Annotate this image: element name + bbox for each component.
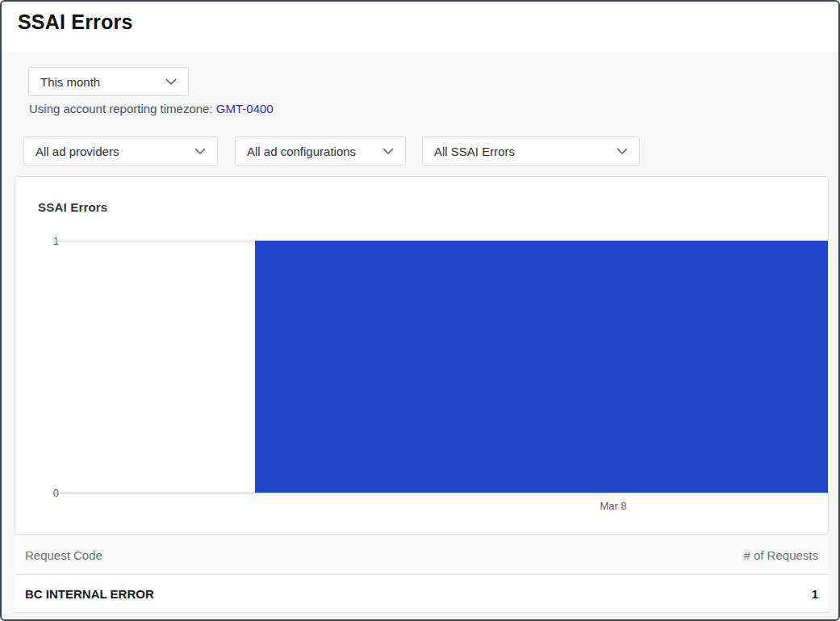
chevron-down-icon [165,78,177,86]
chart-panel: SSAI Errors 1 0 Mar 8 [15,176,829,535]
chevron-down-icon [616,148,628,155]
column-request-code: Request Code [25,548,743,562]
column-num-requests: # of Requests [743,548,818,562]
bar-chart: 1 0 Mar 8 [15,177,828,534]
timezone-note-text: Using account reporting timezone: [29,102,216,115]
page-title: SSAI Errors [18,10,133,34]
page-header: SSAI Errors [2,2,838,52]
ad-providers-select-value: All ad providers [36,145,185,158]
x-axis-line [54,493,828,493]
content-area: This month Using account reporting timez… [2,52,838,619]
results-table: Request Code # of Requests BC INTERNAL E… [15,536,829,613]
ssai-errors-select[interactable]: All SSAI Errors [422,136,640,166]
ssai-errors-select-value: All SSAI Errors [434,145,607,158]
period-select[interactable]: This month [28,67,189,96]
cell-num-requests: 1 [812,587,818,601]
table-row: BC INTERNAL ERROR 1 [15,575,829,613]
timezone-note: Using account reporting timezone: GMT-04… [29,102,274,116]
ad-configurations-select-value: All ad configurations [247,145,373,158]
x-axis-label: Mar 8 [600,500,626,512]
chevron-down-icon [194,148,206,155]
period-select-value: This month [40,75,156,89]
chevron-down-icon [382,148,394,155]
timezone-link[interactable]: GMT-0400 [216,102,274,115]
error-count-bar [255,241,828,493]
table-header-row: Request Code # of Requests [15,536,829,575]
cell-request-code: BC INTERNAL ERROR [25,587,812,601]
ad-configurations-select[interactable]: All ad configurations [235,136,406,166]
ad-providers-select[interactable]: All ad providers [23,136,218,166]
